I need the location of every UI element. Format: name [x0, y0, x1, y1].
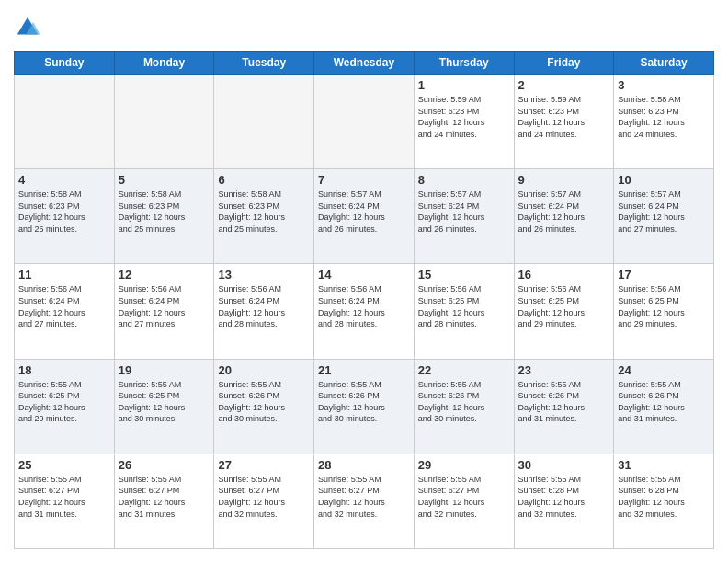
day-number: 25: [18, 458, 110, 472]
day-number: 16: [518, 268, 610, 282]
calendar-day-cell: 14Sunrise: 5:56 AM Sunset: 6:24 PM Dayli…: [314, 264, 415, 359]
calendar-day-cell: 22Sunrise: 5:55 AM Sunset: 6:26 PM Dayli…: [414, 359, 514, 454]
calendar-day-cell: 3Sunrise: 5:58 AM Sunset: 6:23 PM Daylig…: [614, 75, 714, 169]
calendar-day-cell: 12Sunrise: 5:56 AM Sunset: 6:24 PM Dayli…: [114, 264, 214, 359]
day-number: 17: [618, 268, 710, 282]
calendar-day-cell: 29Sunrise: 5:55 AM Sunset: 6:27 PM Dayli…: [414, 454, 514, 548]
calendar-day-header: Wednesday: [314, 52, 415, 75]
day-info: Sunrise: 5:55 AM Sunset: 6:26 PM Dayligh…: [618, 379, 710, 425]
calendar-day-cell: 27Sunrise: 5:55 AM Sunset: 6:27 PM Dayli…: [214, 454, 314, 548]
day-info: Sunrise: 5:56 AM Sunset: 6:24 PM Dayligh…: [18, 283, 110, 329]
day-number: 14: [318, 268, 410, 282]
calendar-day-cell: 15Sunrise: 5:56 AM Sunset: 6:25 PM Dayli…: [414, 264, 514, 359]
day-info: Sunrise: 5:55 AM Sunset: 6:25 PM Dayligh…: [119, 379, 210, 425]
calendar-day-header: Sunday: [15, 52, 115, 75]
calendar-day-cell: 4Sunrise: 5:58 AM Sunset: 6:23 PM Daylig…: [15, 169, 115, 264]
day-info: Sunrise: 5:57 AM Sunset: 6:24 PM Dayligh…: [318, 189, 410, 235]
day-number: 9: [518, 173, 610, 187]
calendar-day-cell: 24Sunrise: 5:55 AM Sunset: 6:26 PM Dayli…: [614, 359, 714, 454]
day-number: 8: [418, 173, 510, 187]
calendar-day-cell: 13Sunrise: 5:56 AM Sunset: 6:24 PM Dayli…: [214, 264, 314, 359]
calendar-day-cell: 8Sunrise: 5:57 AM Sunset: 6:24 PM Daylig…: [414, 169, 514, 264]
day-info: Sunrise: 5:55 AM Sunset: 6:27 PM Dayligh…: [18, 474, 110, 520]
day-number: 31: [618, 458, 710, 472]
calendar-day-cell: 21Sunrise: 5:55 AM Sunset: 6:26 PM Dayli…: [314, 359, 415, 454]
calendar-day-cell: [314, 75, 415, 169]
calendar-day-cell: [214, 75, 314, 169]
calendar-day-cell: 30Sunrise: 5:55 AM Sunset: 6:28 PM Dayli…: [514, 454, 614, 548]
day-number: 3: [618, 78, 710, 92]
day-number: 28: [318, 458, 410, 472]
day-info: Sunrise: 5:55 AM Sunset: 6:26 PM Dayligh…: [418, 379, 510, 425]
calendar-day-header: Friday: [514, 52, 614, 75]
calendar-week-row: 4Sunrise: 5:58 AM Sunset: 6:23 PM Daylig…: [15, 169, 714, 264]
day-info: Sunrise: 5:57 AM Sunset: 6:24 PM Dayligh…: [418, 189, 510, 235]
calendar-week-row: 25Sunrise: 5:55 AM Sunset: 6:27 PM Dayli…: [15, 454, 714, 548]
day-number: 12: [119, 268, 210, 282]
calendar-day-cell: 10Sunrise: 5:57 AM Sunset: 6:24 PM Dayli…: [614, 169, 714, 264]
day-number: 1: [418, 78, 510, 92]
day-info: Sunrise: 5:55 AM Sunset: 6:27 PM Dayligh…: [418, 474, 510, 520]
calendar-day-cell: 25Sunrise: 5:55 AM Sunset: 6:27 PM Dayli…: [15, 454, 115, 548]
day-number: 20: [218, 363, 310, 377]
day-info: Sunrise: 5:58 AM Sunset: 6:23 PM Dayligh…: [119, 189, 210, 235]
calendar-day-cell: 20Sunrise: 5:55 AM Sunset: 6:26 PM Dayli…: [214, 359, 314, 454]
day-number: 30: [518, 458, 610, 472]
day-info: Sunrise: 5:55 AM Sunset: 6:27 PM Dayligh…: [318, 474, 410, 520]
day-number: 4: [18, 173, 110, 187]
calendar-day-cell: 26Sunrise: 5:55 AM Sunset: 6:27 PM Dayli…: [114, 454, 214, 548]
calendar-day-cell: 2Sunrise: 5:59 AM Sunset: 6:23 PM Daylig…: [514, 75, 614, 169]
day-number: 26: [119, 458, 210, 472]
calendar-day-cell: 5Sunrise: 5:58 AM Sunset: 6:23 PM Daylig…: [114, 169, 214, 264]
calendar-day-cell: 31Sunrise: 5:55 AM Sunset: 6:28 PM Dayli…: [614, 454, 714, 548]
day-info: Sunrise: 5:55 AM Sunset: 6:27 PM Dayligh…: [218, 474, 310, 520]
calendar-week-row: 1Sunrise: 5:59 AM Sunset: 6:23 PM Daylig…: [15, 75, 714, 169]
day-info: Sunrise: 5:59 AM Sunset: 6:23 PM Dayligh…: [518, 94, 610, 140]
day-number: 11: [18, 268, 110, 282]
day-info: Sunrise: 5:57 AM Sunset: 6:24 PM Dayligh…: [618, 189, 710, 235]
day-info: Sunrise: 5:55 AM Sunset: 6:25 PM Dayligh…: [18, 379, 110, 425]
calendar-day-cell: 11Sunrise: 5:56 AM Sunset: 6:24 PM Dayli…: [15, 264, 115, 359]
day-info: Sunrise: 5:55 AM Sunset: 6:28 PM Dayligh…: [518, 474, 610, 520]
day-info: Sunrise: 5:59 AM Sunset: 6:23 PM Dayligh…: [418, 94, 510, 140]
day-info: Sunrise: 5:58 AM Sunset: 6:23 PM Dayligh…: [218, 189, 310, 235]
calendar-day-header: Thursday: [414, 52, 514, 75]
logo-icon: [14, 14, 41, 41]
calendar-day-cell: 28Sunrise: 5:55 AM Sunset: 6:27 PM Dayli…: [314, 454, 415, 548]
day-info: Sunrise: 5:56 AM Sunset: 6:24 PM Dayligh…: [218, 283, 310, 329]
day-number: 23: [518, 363, 610, 377]
calendar-week-row: 18Sunrise: 5:55 AM Sunset: 6:25 PM Dayli…: [15, 359, 714, 454]
day-info: Sunrise: 5:56 AM Sunset: 6:24 PM Dayligh…: [318, 283, 410, 329]
day-info: Sunrise: 5:58 AM Sunset: 6:23 PM Dayligh…: [18, 189, 110, 235]
day-info: Sunrise: 5:55 AM Sunset: 6:26 PM Dayligh…: [218, 379, 310, 425]
day-number: 24: [618, 363, 710, 377]
day-info: Sunrise: 5:55 AM Sunset: 6:28 PM Dayligh…: [618, 474, 710, 520]
calendar-table: SundayMondayTuesdayWednesdayThursdayFrid…: [14, 51, 714, 549]
calendar-day-cell: 16Sunrise: 5:56 AM Sunset: 6:25 PM Dayli…: [514, 264, 614, 359]
calendar-day-cell: 7Sunrise: 5:57 AM Sunset: 6:24 PM Daylig…: [314, 169, 415, 264]
day-number: 2: [518, 78, 610, 92]
day-info: Sunrise: 5:55 AM Sunset: 6:26 PM Dayligh…: [318, 379, 410, 425]
logo: [14, 14, 46, 41]
calendar-day-cell: 6Sunrise: 5:58 AM Sunset: 6:23 PM Daylig…: [214, 169, 314, 264]
day-number: 7: [318, 173, 410, 187]
day-info: Sunrise: 5:56 AM Sunset: 6:25 PM Dayligh…: [418, 283, 510, 329]
calendar-day-cell: [114, 75, 214, 169]
day-number: 15: [418, 268, 510, 282]
calendar-day-cell: 19Sunrise: 5:55 AM Sunset: 6:25 PM Dayli…: [114, 359, 214, 454]
calendar-week-row: 11Sunrise: 5:56 AM Sunset: 6:24 PM Dayli…: [15, 264, 714, 359]
day-info: Sunrise: 5:55 AM Sunset: 6:27 PM Dayligh…: [119, 474, 210, 520]
day-number: 6: [218, 173, 310, 187]
day-number: 10: [618, 173, 710, 187]
calendar-day-cell: 17Sunrise: 5:56 AM Sunset: 6:25 PM Dayli…: [614, 264, 714, 359]
day-number: 19: [119, 363, 210, 377]
header: [14, 14, 714, 41]
day-number: 21: [318, 363, 410, 377]
calendar-day-cell: 1Sunrise: 5:59 AM Sunset: 6:23 PM Daylig…: [414, 75, 514, 169]
calendar-day-header: Monday: [114, 52, 214, 75]
day-info: Sunrise: 5:56 AM Sunset: 6:24 PM Dayligh…: [119, 283, 210, 329]
calendar-day-header: Saturday: [614, 52, 714, 75]
calendar-day-cell: 18Sunrise: 5:55 AM Sunset: 6:25 PM Dayli…: [15, 359, 115, 454]
calendar-day-cell: [15, 75, 115, 169]
day-number: 22: [418, 363, 510, 377]
